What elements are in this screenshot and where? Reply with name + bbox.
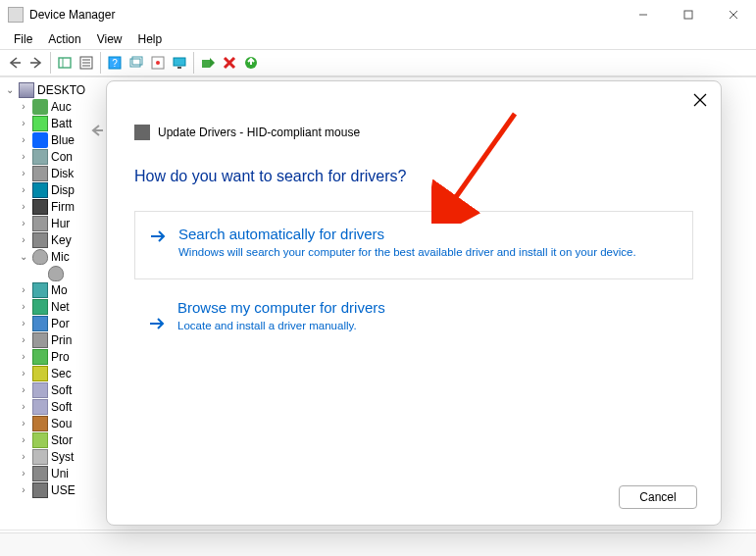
tree-item-label[interactable]: Batt (51, 117, 72, 130)
tree-item-label[interactable]: Sou (51, 417, 72, 430)
expand-icon[interactable]: › (18, 368, 29, 379)
properties-icon[interactable] (76, 52, 97, 74)
expand-icon[interactable]: › (18, 151, 29, 162)
svg-point-17 (156, 61, 160, 65)
back-icon[interactable] (4, 52, 25, 74)
minimize-button[interactable] (621, 0, 666, 29)
device-category-icon (32, 149, 48, 165)
device-category-icon (32, 249, 48, 265)
tree-item-label[interactable]: Firm (51, 200, 75, 214)
tree-item-label[interactable]: Disk (51, 167, 74, 180)
tree-item-label[interactable]: Mic (51, 250, 70, 264)
device-category-icon (32, 316, 48, 331)
cancel-button[interactable]: Cancel (619, 485, 697, 509)
tree-item-label[interactable]: Key (51, 233, 72, 247)
tree-item-label[interactable]: USE (51, 483, 76, 497)
expand-icon[interactable]: › (18, 218, 29, 228)
expand-icon[interactable]: › (18, 451, 29, 462)
menu-help[interactable]: Help (130, 30, 171, 48)
expand-icon[interactable]: › (18, 134, 29, 145)
update-icon[interactable] (147, 52, 169, 74)
tree-item-label[interactable]: Stor (51, 433, 73, 447)
tree-item-label[interactable]: Auc (51, 100, 72, 114)
app-icon (8, 7, 24, 23)
svg-text:?: ? (112, 58, 118, 69)
tree-root-label[interactable]: DESKTO (37, 83, 85, 97)
close-button[interactable] (711, 0, 756, 29)
device-category-icon (32, 349, 48, 365)
tree-item-label[interactable]: Pro (51, 350, 70, 364)
tree-item-label[interactable]: Blue (51, 133, 75, 147)
arrow-right-icon (148, 315, 166, 336)
monitor-icon[interactable] (169, 52, 190, 74)
device-category-icon (32, 399, 48, 415)
option2-desc: Locate and install a driver manually. (177, 319, 693, 334)
menu-file[interactable]: File (6, 30, 40, 48)
menu-action[interactable]: Action (40, 30, 88, 48)
arrow-right-icon (149, 227, 167, 249)
device-category-icon (32, 432, 48, 448)
svg-rect-18 (174, 58, 185, 66)
expand-icon[interactable]: › (18, 118, 29, 128)
menubar: File Action View Help (0, 29, 756, 49)
expand-icon[interactable]: › (18, 401, 29, 412)
expand-icon[interactable]: › (18, 184, 29, 195)
expand-icon[interactable]: › (18, 418, 29, 429)
expand-icon[interactable]: › (18, 351, 29, 362)
tree-item-label[interactable]: Soft (51, 383, 72, 397)
option-browse-computer[interactable]: Browse my computer for drivers Locate an… (134, 299, 693, 334)
option1-desc: Windows will search your computer for th… (178, 245, 673, 261)
expand-icon[interactable]: ⌄ (4, 84, 16, 95)
tree-item-label[interactable]: Por (51, 317, 70, 330)
device-category-icon (32, 166, 48, 181)
tree-item-label[interactable]: Soft (51, 400, 72, 414)
forward-icon[interactable] (25, 52, 47, 74)
device-icon (48, 266, 64, 281)
tree-item-label[interactable]: Disp (51, 183, 75, 197)
expand-icon[interactable]: › (18, 334, 29, 345)
disable-icon[interactable] (219, 52, 240, 74)
tree-item-label[interactable]: Mo (51, 283, 68, 297)
device-category-icon (32, 99, 48, 115)
expand-icon[interactable]: › (18, 201, 29, 212)
svg-rect-1 (684, 11, 692, 19)
dialog-back-icon[interactable] (89, 123, 105, 142)
expand-icon[interactable]: › (18, 284, 29, 295)
tree-item-label[interactable]: Sec (51, 367, 72, 380)
expand-icon[interactable]: › (18, 101, 29, 112)
device-category-icon (32, 132, 48, 148)
menu-view[interactable]: View (89, 30, 130, 48)
tree-item-label[interactable]: Con (51, 150, 73, 164)
option1-title: Search automatically for drivers (178, 226, 673, 242)
expand-icon[interactable]: › (18, 434, 29, 445)
expand-icon[interactable]: › (18, 384, 29, 395)
enable-icon[interactable] (197, 52, 219, 74)
tree-item-label[interactable]: Net (51, 300, 70, 314)
expand-icon[interactable]: › (18, 468, 29, 479)
expand-icon[interactable]: ⌄ (18, 251, 29, 262)
device-category-icon (32, 199, 48, 215)
scan-icon[interactable] (126, 52, 147, 74)
tree-item-label[interactable]: Hur (51, 217, 70, 230)
expand-icon[interactable]: › (18, 168, 29, 178)
tree-item-label[interactable]: Prin (51, 333, 72, 347)
expand-icon[interactable]: › (18, 234, 29, 245)
maximize-button[interactable] (666, 0, 711, 29)
computer-icon (19, 82, 34, 98)
titlebar: Device Manager (0, 0, 756, 29)
option-search-automatically[interactable]: Search automatically for drivers Windows… (134, 211, 693, 279)
dialog-question: How do you want to search for drivers? (134, 168, 693, 185)
help-icon[interactable]: ? (104, 52, 126, 74)
device-category-icon (32, 332, 48, 348)
toolbar: ? (0, 49, 756, 76)
device-category-icon (32, 116, 48, 131)
tree-item-label[interactable]: Uni (51, 467, 69, 480)
expand-icon[interactable]: › (18, 301, 29, 312)
tree-item-label[interactable]: Syst (51, 450, 74, 464)
dialog-close-icon[interactable] (693, 93, 707, 107)
expand-icon[interactable]: › (18, 318, 29, 329)
device-category-icon (32, 216, 48, 231)
expand-icon[interactable]: › (18, 484, 29, 495)
uninstall-icon[interactable] (240, 52, 262, 74)
show-hidden-icon[interactable] (54, 52, 76, 74)
